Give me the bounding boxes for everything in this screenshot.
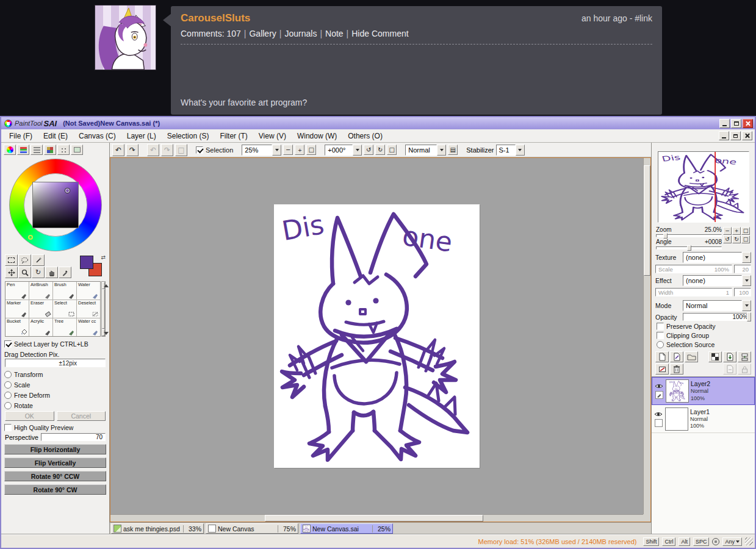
stabilizer-combo[interactable]: S-1 xyxy=(496,145,525,156)
resize-grip-icon[interactable] xyxy=(745,537,753,545)
saturation-value-square[interactable] xyxy=(32,182,79,228)
zoom-tool[interactable] xyxy=(18,267,31,278)
zoom-in-button[interactable]: ＋ xyxy=(295,145,304,155)
scale-radio[interactable] xyxy=(4,381,12,389)
select-layer-checkbox-row[interactable]: Select Layer by CTRL+LB xyxy=(1,337,109,348)
rotate-radio[interactable] xyxy=(4,402,12,409)
zoom-reset-button[interactable]: □ xyxy=(306,145,316,155)
tool-tree[interactable]: Tree xyxy=(53,318,76,336)
tool-select[interactable]: Select xyxy=(53,300,76,318)
nav-angle-reset-button[interactable]: □ xyxy=(741,235,750,243)
menu-selection[interactable]: Selection (S) xyxy=(162,131,215,142)
nav-rotate-ccw-button[interactable]: ↺ xyxy=(723,235,732,243)
nav-angle-thumb[interactable] xyxy=(687,245,691,251)
ok-button[interactable]: OK xyxy=(5,411,54,421)
texture-scale-slider[interactable]: Scale 100% xyxy=(655,265,732,273)
swatches-tab[interactable] xyxy=(44,145,56,155)
swap-colors-icon[interactable]: ⇄ xyxy=(101,254,106,260)
new-layer-folder-button[interactable] xyxy=(685,351,698,362)
zoom-combo[interactable]: 25% xyxy=(242,145,281,156)
note-link[interactable]: Note xyxy=(325,29,344,38)
transform-radio[interactable] xyxy=(4,371,12,378)
color-wheel[interactable] xyxy=(7,157,104,253)
new-vector-layer-button[interactable] xyxy=(670,351,683,362)
doc-tab-new-canvas[interactable]: New Canvas 75% xyxy=(206,523,298,534)
rotate-cw-button[interactable]: Rotate 90° CW xyxy=(4,484,106,495)
journals-link[interactable]: Journals xyxy=(284,29,317,38)
layer-mask-button[interactable] xyxy=(708,351,722,362)
tool-eraser[interactable]: Eraser xyxy=(29,300,52,318)
flip-horizontal-button[interactable]: Flip Horizontally xyxy=(4,444,106,454)
close-button[interactable] xyxy=(743,119,753,128)
canvas-vscrollbar[interactable] xyxy=(643,158,650,514)
angle-reset-button[interactable]: □ xyxy=(387,145,397,155)
effect-combo[interactable]: (none) xyxy=(683,275,751,286)
vscrollbar-thumb[interactable] xyxy=(644,165,650,276)
tool-airbrush[interactable]: AirBrush xyxy=(29,282,52,300)
doc-restore-button[interactable] xyxy=(730,131,741,140)
angle-combo[interactable]: +000° xyxy=(325,145,362,156)
canvas-viewport[interactable] xyxy=(110,158,643,514)
scroll-up-icon[interactable] xyxy=(102,282,105,289)
preserve-opacity-row[interactable]: Preserve Opacity xyxy=(652,321,755,330)
flip-vertical-button[interactable]: Flip Vertically xyxy=(4,458,106,468)
magic-wand-tool[interactable] xyxy=(32,254,45,266)
hq-preview-checkbox[interactable] xyxy=(4,424,12,431)
preserve-opacity-checkbox[interactable] xyxy=(657,323,664,330)
eyedropper-tool[interactable] xyxy=(59,267,71,278)
rotate-ccw-button[interactable]: Rotate 90° CCW xyxy=(4,471,106,481)
nav-angle-slider[interactable] xyxy=(656,246,722,249)
minimize-button[interactable] xyxy=(719,119,730,128)
angle-dropdown-icon[interactable] xyxy=(353,145,362,156)
paint-transfer-button[interactable] xyxy=(723,364,736,375)
menu-view[interactable]: View (V) xyxy=(253,131,292,142)
hq-preview-row[interactable]: High Quality Preview xyxy=(1,421,109,431)
rotate-view-tool[interactable]: ↻ xyxy=(32,267,45,278)
layer-mode-dropdown-icon[interactable] xyxy=(742,300,751,311)
device-any-dropdown[interactable]: Any xyxy=(722,537,742,546)
scrollbar-thumb[interactable] xyxy=(102,289,105,329)
undo-button[interactable]: ↶ xyxy=(112,144,124,156)
rotate-cw-view-button[interactable]: ↻ xyxy=(375,145,385,155)
layer-thumbnail[interactable] xyxy=(666,379,689,403)
layer-mode-combo[interactable]: Normal xyxy=(683,300,751,311)
tool-grid-scrollbar[interactable] xyxy=(101,281,106,337)
menu-canvas[interactable]: Canvas (C) xyxy=(73,131,121,142)
texture-combo[interactable]: (none) xyxy=(683,252,751,263)
hue-marker-icon[interactable] xyxy=(28,235,33,240)
layer-thumbnail[interactable] xyxy=(665,407,688,431)
comment-timestamp[interactable]: an hour ago - #link xyxy=(581,13,652,23)
tool-water-cc[interactable]: Water cc xyxy=(77,318,100,336)
paint-mode-combo[interactable]: Normal xyxy=(405,145,446,156)
titlebar[interactable]: PaintTool SAI (Not Saved)New Canvas.sai … xyxy=(1,117,755,129)
doc-tab-new-canvas-sai[interactable]: New Canvas.sai 25% xyxy=(300,523,393,534)
opacity-thumb[interactable] xyxy=(747,312,751,321)
canvas-hscrollbar[interactable] xyxy=(110,514,643,522)
merge-down-button[interactable] xyxy=(738,351,751,362)
texture-scale-number[interactable]: 20 xyxy=(734,265,751,273)
texture-dropdown-icon[interactable] xyxy=(742,252,751,263)
scroll-down-icon[interactable] xyxy=(102,329,105,336)
drawing-canvas[interactable] xyxy=(274,204,480,468)
menu-edit[interactable]: Edit (E) xyxy=(38,131,73,142)
clipping-group-checkbox[interactable] xyxy=(657,332,664,339)
menu-layer[interactable]: Layer (L) xyxy=(121,131,162,142)
doc-minimize-button[interactable] xyxy=(719,131,729,140)
selection-source-row[interactable]: Selection Source xyxy=(652,339,755,348)
sv-marker-icon[interactable] xyxy=(65,188,70,193)
lasso-tool[interactable] xyxy=(18,254,31,266)
menu-filter[interactable]: Filter (T) xyxy=(214,131,253,142)
zoom-out-button[interactable]: − xyxy=(283,145,293,155)
tool-water[interactable]: Water xyxy=(77,282,100,300)
hand-tool[interactable] xyxy=(45,267,58,278)
lock-layer-button[interactable] xyxy=(738,364,751,375)
effect-dropdown-icon[interactable] xyxy=(742,275,751,286)
selection-visibility-row[interactable]: Selection xyxy=(196,146,233,154)
tool-pen[interactable]: Pen xyxy=(5,282,29,300)
transform-option-row[interactable]: Transform xyxy=(1,367,109,378)
menu-window[interactable]: Window (W) xyxy=(292,131,342,142)
nav-zoom-out-button[interactable]: − xyxy=(723,227,732,235)
layer-opacity-slider[interactable]: 100% xyxy=(683,313,751,321)
rect-select-tool[interactable] xyxy=(5,254,18,266)
gallery-link[interactable]: Gallery xyxy=(249,29,276,38)
